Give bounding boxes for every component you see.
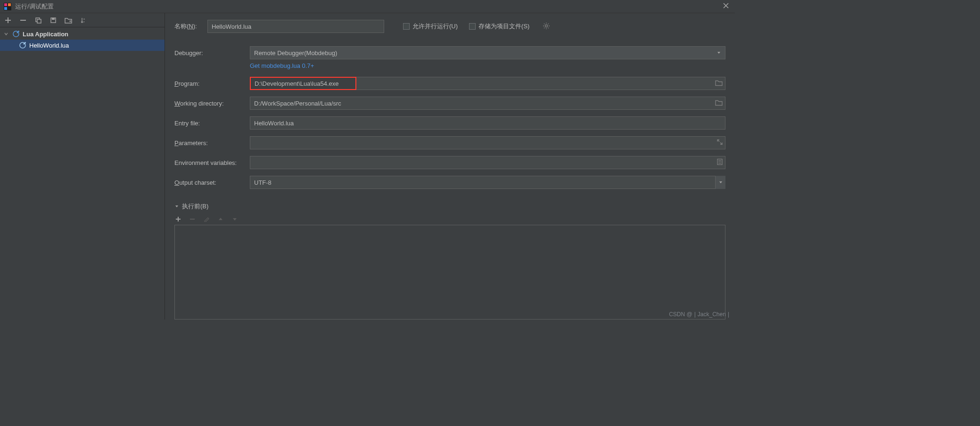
move-down-icon bbox=[231, 215, 239, 223]
lua-icon bbox=[12, 30, 20, 38]
program-input-extension[interactable] bbox=[356, 77, 725, 90]
svg-point-14 bbox=[24, 43, 25, 45]
checkbox-box-icon bbox=[469, 23, 476, 30]
svg-point-10 bbox=[13, 31, 19, 37]
allow-parallel-label: 允许并行运行(U) bbox=[412, 22, 458, 31]
debugger-select[interactable]: Remote Debugger(Mobdebug) bbox=[250, 46, 725, 59]
edit-task-icon bbox=[203, 215, 210, 223]
allow-parallel-checkbox[interactable]: 允许并行运行(U) bbox=[403, 22, 458, 31]
sidebar-toolbar: az bbox=[0, 13, 165, 27]
workdir-input[interactable] bbox=[250, 97, 725, 110]
svg-point-12 bbox=[18, 31, 19, 32]
intellij-icon bbox=[4, 3, 11, 10]
tree-root-label: Lua Application bbox=[23, 31, 68, 38]
before-launch-header[interactable]: 执行前(B) bbox=[174, 202, 725, 211]
program-input[interactable] bbox=[251, 78, 355, 89]
store-as-file-label: 存储为项目文件(S) bbox=[478, 22, 529, 31]
svg-rect-2 bbox=[8, 3, 11, 6]
watermark: CSDN @|Jack_Chen| bbox=[669, 311, 731, 318]
before-launch-label: 执行前(B) bbox=[182, 202, 208, 211]
tree-item-helloworld[interactable]: HelloWorld.lua bbox=[0, 40, 165, 51]
entry-label: Entry file: bbox=[174, 120, 250, 127]
remove-task-icon bbox=[189, 215, 196, 223]
tree-root-lua-application[interactable]: Lua Application bbox=[0, 28, 165, 40]
checkbox-box-icon bbox=[403, 23, 410, 30]
sidebar: az Lua Application HelloWorld.lua bbox=[0, 13, 165, 320]
env-label: Environment variables: bbox=[174, 159, 250, 166]
save-config-icon[interactable] bbox=[49, 16, 58, 25]
copy-config-icon[interactable] bbox=[34, 16, 42, 25]
expand-icon[interactable] bbox=[717, 139, 723, 147]
charset-dropdown-button[interactable] bbox=[715, 176, 725, 189]
debugger-value: Remote Debugger(Mobdebug) bbox=[254, 49, 337, 57]
program-input-highlight bbox=[250, 77, 356, 90]
gear-icon[interactable] bbox=[543, 22, 550, 31]
svg-rect-1 bbox=[4, 3, 7, 6]
window-title: 运行/调试配置 bbox=[15, 2, 54, 11]
lua-icon bbox=[19, 41, 26, 49]
move-up-icon bbox=[217, 215, 224, 223]
caret-down-icon bbox=[174, 203, 179, 210]
program-label: Program: bbox=[174, 80, 250, 87]
charset-label: Output charset: bbox=[174, 179, 250, 186]
chevron-down-icon bbox=[4, 31, 9, 38]
svg-point-13 bbox=[20, 42, 25, 48]
debugger-label: Debugger: bbox=[174, 49, 250, 57]
svg-rect-7 bbox=[52, 18, 55, 20]
svg-text:z: z bbox=[83, 20, 85, 23]
folder-icon[interactable] bbox=[64, 16, 73, 25]
chevron-down-icon bbox=[716, 49, 721, 57]
browse-icon[interactable] bbox=[715, 80, 723, 88]
mobdebug-link[interactable]: Get mobdebug.lua 0.7+ bbox=[250, 62, 314, 69]
svg-point-16 bbox=[545, 25, 548, 27]
store-as-file-checkbox[interactable]: 存储为项目文件(S) bbox=[469, 22, 529, 31]
params-input[interactable] bbox=[250, 136, 725, 149]
add-task-icon[interactable] bbox=[174, 215, 182, 223]
entry-input[interactable] bbox=[250, 116, 725, 130]
sort-icon[interactable]: az bbox=[79, 16, 88, 25]
params-label: Parameters: bbox=[174, 139, 250, 147]
svg-point-11 bbox=[17, 32, 18, 33]
name-label: 名称(N): bbox=[174, 22, 207, 31]
content-panel: 名称(N): 允许并行运行(U) 存储为项目文件(S) Debugger: bbox=[165, 13, 735, 320]
svg-rect-3 bbox=[4, 7, 7, 10]
before-launch-toolbar bbox=[174, 213, 725, 225]
tree-item-label: HelloWorld.lua bbox=[29, 42, 69, 49]
add-config-icon[interactable] bbox=[4, 16, 12, 25]
config-tree: Lua Application HelloWorld.lua bbox=[0, 27, 165, 51]
close-icon[interactable] bbox=[721, 2, 731, 11]
remove-config-icon[interactable] bbox=[19, 16, 27, 25]
list-icon[interactable] bbox=[717, 159, 723, 167]
before-launch-tasks[interactable] bbox=[174, 225, 725, 320]
browse-icon[interactable] bbox=[715, 99, 723, 107]
title-bar: 运行/调试配置 bbox=[0, 0, 735, 13]
svg-rect-5 bbox=[37, 19, 41, 23]
name-input[interactable] bbox=[207, 20, 384, 33]
env-input[interactable] bbox=[250, 156, 725, 169]
charset-input[interactable] bbox=[250, 176, 725, 189]
svg-point-15 bbox=[25, 42, 26, 43]
workdir-label: Working directory: bbox=[174, 100, 250, 107]
